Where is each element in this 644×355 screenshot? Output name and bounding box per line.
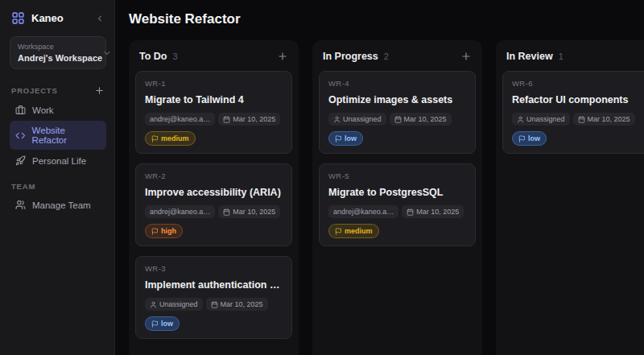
- task-card[interactable]: WR-3 Implement authentication … Unassign…: [135, 256, 292, 339]
- assignee-chip[interactable]: Unassigned: [145, 298, 203, 311]
- priority-badge[interactable]: medium: [328, 224, 379, 238]
- column-header: To Do 3: [135, 45, 292, 71]
- add-task-button[interactable]: [277, 51, 288, 62]
- priority-label: medium: [345, 227, 373, 235]
- task-title: Improve accessibility (ARIA): [145, 187, 283, 198]
- main-content: Website Refactor To Do 3WR-1 Migrate to …: [115, 0, 644, 355]
- board-column-to-do: To Do 3WR-1 Migrate to Tailwind 4 andrej…: [129, 40, 299, 355]
- user-icon: [333, 116, 341, 123]
- due-date-chip[interactable]: Mar 10, 2025: [390, 113, 452, 126]
- task-id: WR-4: [328, 79, 466, 88]
- column-name: To Do: [139, 51, 167, 62]
- due-date-label: Mar 10, 2025: [416, 208, 459, 216]
- assignee-label: Unassigned: [159, 300, 198, 308]
- task-id: WR-5: [328, 171, 466, 180]
- task-card[interactable]: WR-6 Refactor UI components Unassigned M…: [502, 71, 644, 154]
- due-date-chip[interactable]: Mar 10, 2025: [573, 113, 635, 126]
- task-title: Migrate to Tailwind 4: [145, 94, 283, 105]
- column-count: 2: [384, 52, 389, 61]
- rocket-icon: [15, 155, 26, 166]
- assignee-chip[interactable]: Unassigned: [512, 113, 570, 126]
- priority-badge[interactable]: high: [145, 224, 183, 238]
- sidebar-item-personal-life[interactable]: Personal Life: [10, 151, 106, 171]
- user-icon: [517, 116, 524, 123]
- workspace-value: Andrej's Workspace: [18, 53, 102, 63]
- sidebar-item-label: Work: [32, 105, 54, 115]
- priority-badge[interactable]: low: [328, 131, 363, 146]
- sidebar-section-title: PROJECTS: [11, 86, 58, 95]
- task-card[interactable]: WR-4 Optimize images & assets Unassigned…: [319, 71, 476, 154]
- priority-label: medium: [161, 134, 189, 142]
- calendar-icon: [211, 301, 218, 308]
- plus-icon: [94, 85, 105, 96]
- card-list: WR-6 Refactor UI components Unassigned M…: [502, 71, 644, 154]
- sidebar-collapse-button[interactable]: [95, 14, 105, 23]
- task-card[interactable]: WR-1 Migrate to Tailwind 4 andrej@kaneo.…: [135, 71, 292, 154]
- assignee-chip[interactable]: andrej@kaneo.a…: [328, 205, 398, 218]
- due-date-chip[interactable]: Mar 10, 2025: [206, 298, 268, 311]
- priority-badge[interactable]: low: [145, 316, 180, 331]
- sidebar-section-title: TEAM: [11, 182, 35, 191]
- flag-icon: [151, 135, 159, 142]
- grid-logo-icon: [11, 11, 25, 25]
- assignee-label: andrej@kaneo.a…: [333, 208, 394, 216]
- users-icon: [15, 200, 26, 210]
- flag-icon: [335, 228, 342, 235]
- assignee-chip[interactable]: andrej@kaneo.a…: [145, 113, 215, 126]
- briefcase-icon: [15, 105, 26, 115]
- column-name: In Progress: [323, 51, 378, 62]
- calendar-icon: [223, 116, 230, 123]
- sidebar-item-label: Personal Life: [32, 156, 86, 166]
- board-column-in-progress: In Progress 2WR-4 Optimize images & asse…: [312, 40, 482, 355]
- task-title: Implement authentication …: [145, 279, 283, 291]
- kanban-board: To Do 3WR-1 Migrate to Tailwind 4 andrej…: [129, 40, 644, 355]
- column-name: In Review: [506, 51, 553, 62]
- task-id: WR-6: [512, 79, 644, 88]
- sidebar-item-label: Manage Team: [32, 200, 91, 210]
- add-project-button[interactable]: [94, 85, 105, 96]
- assignee-label: Unassigned: [526, 115, 565, 123]
- chevron-down-icon: [102, 48, 112, 58]
- add-task-button[interactable]: [460, 51, 472, 62]
- due-date-label: Mar 10, 2025: [404, 115, 447, 123]
- sidebar-header: Kaneo: [10, 8, 106, 35]
- due-date-label: Mar 10, 2025: [588, 115, 630, 123]
- code-icon: [15, 130, 26, 141]
- column-header: In Review 1: [502, 45, 644, 71]
- task-meta: Unassigned Mar 10, 2025 low: [512, 113, 644, 146]
- plus-icon: [277, 51, 288, 62]
- chevron-left-icon: [95, 14, 105, 23]
- task-meta: Unassigned Mar 10, 2025 low: [145, 298, 283, 331]
- task-card[interactable]: WR-5 Migrate to PostgresSQL andrej@kaneo…: [319, 163, 476, 246]
- workspace-selector[interactable]: Workspace Andrej's Workspace: [10, 36, 106, 69]
- column-header: In Progress 2: [319, 45, 476, 71]
- priority-badge[interactable]: medium: [145, 131, 196, 146]
- due-date-chip[interactable]: Mar 10, 2025: [402, 205, 464, 218]
- task-title: Refactor UI components: [512, 94, 644, 105]
- calendar-icon: [394, 116, 402, 123]
- sidebar-item-manage-team[interactable]: Manage Team: [10, 195, 106, 215]
- task-id: WR-2: [145, 171, 283, 180]
- task-meta: andrej@kaneo.a… Mar 10, 2025 high: [145, 205, 283, 238]
- user-icon: [150, 301, 157, 308]
- sidebar-section-header: TEAM: [11, 182, 105, 191]
- priority-badge[interactable]: low: [512, 131, 547, 146]
- workspace-label: Workspace: [18, 43, 102, 51]
- flag-icon: [151, 320, 159, 328]
- app-name: Kaneo: [31, 12, 64, 24]
- sidebar-item-website-refactor[interactable]: Website Refactor: [10, 121, 106, 150]
- assignee-chip[interactable]: Unassigned: [328, 113, 386, 126]
- sidebar-section-header: PROJECTS: [11, 85, 105, 96]
- task-card[interactable]: WR-2 Improve accessibility (ARIA) andrej…: [135, 163, 292, 246]
- flag-icon: [151, 228, 159, 235]
- due-date-chip[interactable]: Mar 10, 2025: [218, 205, 280, 218]
- calendar-icon: [578, 116, 585, 123]
- page-title: Website Refactor: [129, 11, 644, 27]
- due-date-label: Mar 10, 2025: [233, 208, 275, 216]
- due-date-chip[interactable]: Mar 10, 2025: [218, 113, 280, 126]
- assignee-chip[interactable]: andrej@kaneo.a…: [145, 205, 215, 218]
- due-date-label: Mar 10, 2025: [233, 115, 275, 123]
- due-date-label: Mar 10, 2025: [221, 300, 263, 308]
- sidebar-item-work[interactable]: Work: [10, 100, 106, 120]
- task-title: Optimize images & assets: [328, 94, 466, 105]
